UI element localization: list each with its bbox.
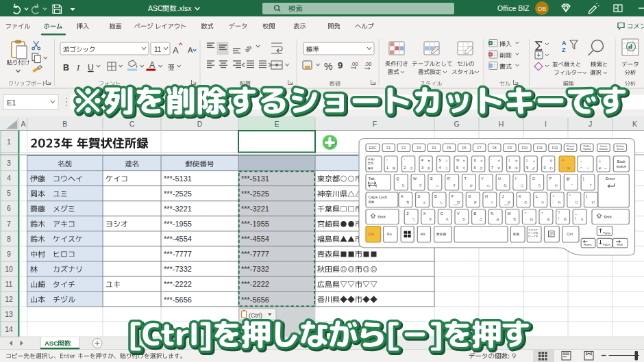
svg-text:P: P: [549, 177, 552, 181]
svg-text:X: X: [423, 211, 426, 216]
svg-text:11: 11: [5, 280, 13, 288]
svg-text:F2: F2: [401, 146, 406, 150]
svg-text:7: 7: [491, 166, 493, 170]
svg-text:PgUp: PgUp: [603, 231, 611, 235]
svg-text:A: A: [188, 46, 193, 54]
svg-text:12: 12: [5, 295, 13, 303]
svg-text:W: W: [413, 177, 417, 181]
svg-text:I: I: [545, 120, 547, 128]
svg-text:!: !: [386, 158, 387, 162]
svg-text:4: 4: [439, 166, 441, 170]
svg-text:***-3221: ***-3221: [241, 205, 269, 213]
svg-text:M: M: [508, 211, 511, 216]
svg-text:NumLk: NumLk: [599, 147, 608, 151]
svg-text:U: U: [88, 63, 94, 73]
svg-text:F12: F12: [552, 146, 558, 150]
svg-text:13: 13: [5, 310, 13, 318]
svg-text:Office BIZ: Office BIZ: [497, 4, 530, 12]
svg-text:***-7332: ***-7332: [164, 265, 192, 273]
svg-text:Home: Home: [584, 243, 592, 246]
svg-text:$: $: [439, 158, 441, 162]
svg-text:@: @: [566, 177, 570, 181]
svg-text:1: 1: [7, 138, 11, 146]
svg-text:***-5131: ***-5131: [241, 174, 269, 183]
svg-text:": ": [404, 158, 406, 162]
svg-text:F5: F5: [447, 146, 451, 150]
svg-text:O: O: [532, 177, 536, 181]
svg-text:N: N: [491, 211, 493, 216]
svg-text:Shift: Shift: [377, 215, 386, 219]
svg-text:B: B: [62, 120, 67, 128]
svg-text:8: 8: [7, 235, 11, 243]
svg-text:+: +: [552, 194, 554, 198]
svg-text:D: D: [434, 194, 437, 198]
svg-text:***-2222: ***-2222: [241, 280, 269, 288]
svg-text:***-7332: ***-7332: [241, 265, 269, 273]
svg-text:A: A: [562, 40, 567, 47]
svg-text:Fn: Fn: [387, 232, 392, 236]
svg-text:***-1955: ***-1955: [164, 220, 192, 228]
svg-text:9: 9: [338, 60, 343, 70]
svg-text:5: 5: [7, 189, 11, 197]
svg-text:Z: Z: [562, 47, 566, 53]
svg-text:2: 2: [404, 166, 406, 170]
svg-text:C: C: [440, 211, 443, 216]
svg-text:%: %: [324, 61, 332, 72]
svg-text:J: J: [589, 120, 592, 128]
svg-text:End: End: [617, 243, 623, 246]
svg-text:Y: Y: [481, 177, 484, 181]
svg-text:Caps Lock: Caps Lock: [369, 195, 387, 199]
svg-text:^: ^: [580, 166, 582, 170]
svg-text:***-2222: ***-2222: [164, 280, 192, 288]
svg-text:U: U: [498, 177, 501, 181]
svg-text:K: K: [519, 194, 521, 198]
svg-text:I: I: [76, 63, 80, 73]
svg-text:S: S: [418, 194, 421, 198]
svg-text:H: H: [499, 120, 504, 128]
svg-text:.00: .00: [351, 61, 358, 67]
svg-text:J: J: [502, 194, 504, 198]
svg-text:Alt: Alt: [421, 232, 425, 236]
svg-text:11: 11: [154, 46, 162, 53]
svg-text:(Ctrl): (Ctrl): [249, 312, 262, 319]
svg-text:6: 6: [7, 204, 11, 212]
svg-text:': ': [491, 158, 492, 162]
svg-text:E: E: [274, 120, 279, 128]
svg-text:*: *: [569, 194, 571, 198]
svg-text:ESC: ESC: [369, 146, 377, 150]
svg-text:ASC: ASC: [45, 339, 58, 347]
svg-text:=: =: [562, 158, 564, 162]
svg-text:Shift: Shift: [604, 215, 612, 219]
svg-text:H: H: [485, 194, 488, 198]
svg-text:F9: F9: [508, 146, 512, 150]
svg-text:F10: F10: [522, 146, 528, 150]
svg-text:V: V: [457, 211, 460, 216]
svg-text:C: C: [129, 120, 135, 128]
svg-text:.00: .00: [364, 61, 371, 67]
svg-text:***-2525: ***-2525: [241, 190, 269, 198]
svg-text:***-5656: ***-5656: [164, 296, 192, 304]
svg-text:B: B: [63, 63, 69, 73]
svg-text:Break: Break: [567, 147, 574, 151]
svg-text:ASC: ASC: [148, 4, 163, 12]
svg-text:G: G: [468, 194, 471, 198]
svg-text:1: 1: [386, 166, 388, 170]
svg-text:L: L: [536, 194, 538, 198]
svg-text:Ctrl: Ctrl: [567, 232, 573, 236]
svg-text:14: 14: [5, 325, 13, 333]
svg-text:0: 0: [544, 166, 546, 170]
svg-text:>: >: [541, 211, 543, 215]
svg-text:A: A: [401, 194, 404, 198]
svg-text:4: 4: [7, 174, 11, 182]
svg-text:F11: F11: [537, 146, 543, 150]
svg-text:***-5656: ***-5656: [241, 296, 269, 304]
svg-text:F1: F1: [386, 146, 391, 150]
svg-text:E1: E1: [7, 99, 16, 107]
svg-text:9: 9: [7, 250, 11, 258]
svg-text:A: A: [173, 45, 179, 55]
svg-text:PgDn: PgDn: [603, 243, 611, 246]
svg-text:A: A: [21, 120, 25, 128]
svg-text:***-2525: ***-2525: [164, 190, 192, 198]
svg-text:Enter: Enter: [606, 177, 615, 181]
svg-text:|: |: [599, 159, 600, 163]
